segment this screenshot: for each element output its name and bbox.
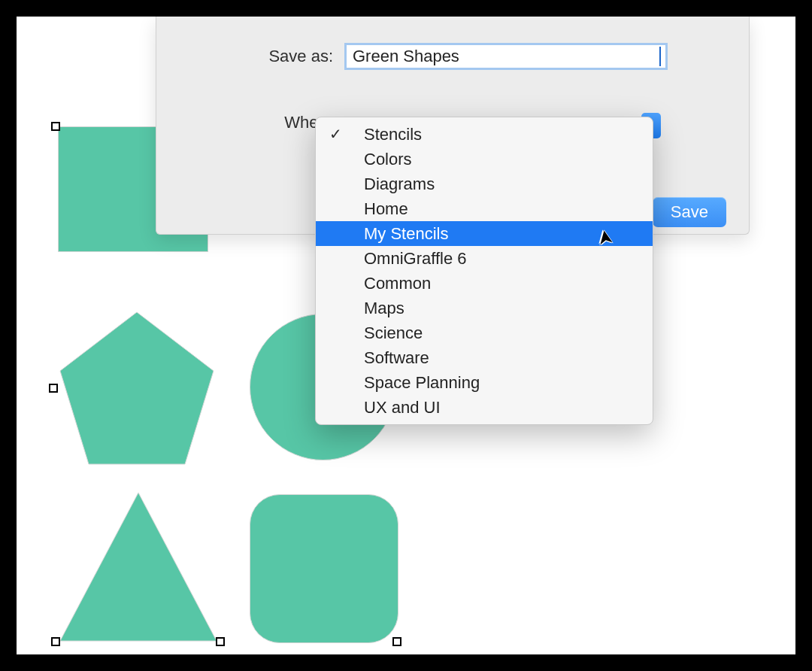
text-caret	[659, 47, 661, 66]
svg-marker-1	[60, 493, 217, 641]
where-option[interactable]: OmniGraffle 6	[316, 246, 653, 271]
save-button[interactable]: Save	[653, 197, 726, 227]
selection-handle[interactable]	[392, 637, 401, 646]
where-option[interactable]: Home	[316, 196, 653, 221]
where-option[interactable]: Stencils	[316, 122, 653, 147]
where-dropdown-menu[interactable]: StencilsColorsDiagramsHomeMy StencilsOmn…	[315, 117, 653, 425]
where-option[interactable]: Colors	[316, 147, 653, 172]
shape-rounded-rect[interactable]	[250, 494, 398, 643]
where-option[interactable]: Maps	[316, 296, 653, 320]
selection-handle[interactable]	[51, 637, 60, 646]
shape-pentagon[interactable]	[54, 306, 220, 472]
where-option[interactable]: Software	[316, 345, 653, 370]
svg-marker-0	[60, 312, 214, 464]
shape-triangle[interactable]	[54, 487, 223, 648]
where-option[interactable]: UX and UI	[316, 395, 653, 420]
selection-handle[interactable]	[216, 637, 225, 646]
filename-field-wrap[interactable]	[344, 43, 668, 70]
where-option[interactable]: Common	[316, 271, 653, 296]
saveas-label: Save as:	[258, 47, 333, 66]
where-option[interactable]: Diagrams	[316, 172, 653, 196]
selection-handle[interactable]	[49, 384, 58, 393]
where-option[interactable]: My Stencils	[316, 221, 653, 246]
selection-handle[interactable]	[51, 122, 60, 131]
where-option[interactable]: Space Planning	[316, 370, 653, 395]
app-frame: Save as: Where Save StencilsColorsDiagra…	[15, 15, 797, 656]
where-option[interactable]: Science	[316, 320, 653, 345]
filename-input[interactable]	[351, 46, 661, 67]
